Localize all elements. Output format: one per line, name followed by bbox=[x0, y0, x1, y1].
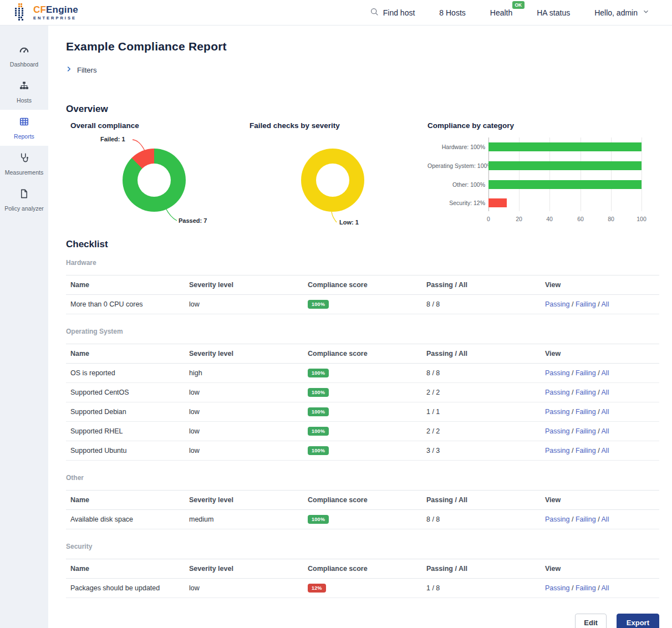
failed-checks-donut bbox=[301, 149, 364, 212]
export-button[interactable]: Export bbox=[617, 614, 659, 628]
bar-label-other: Other: 100% bbox=[427, 180, 485, 189]
cfengine-logo[interactable]: CFEngine ENTERPRISE bbox=[14, 3, 78, 23]
score-badge: 12% bbox=[308, 584, 326, 593]
sidebar-item-dashboard[interactable]: Dashboard bbox=[0, 38, 48, 74]
hosts-sitemap-icon bbox=[19, 80, 29, 93]
checklist: Hardware Name Severity level Compliance … bbox=[66, 259, 659, 598]
all-link[interactable]: All bbox=[602, 584, 609, 592]
col-passing: Passing / All bbox=[422, 275, 541, 295]
all-link[interactable]: All bbox=[602, 408, 609, 416]
user-menu[interactable]: Hello, admin bbox=[594, 8, 650, 17]
score-badge: 100% bbox=[308, 300, 329, 309]
os-table: Name Severity level Compliance score Pas… bbox=[66, 344, 659, 461]
passing-link[interactable]: Passing bbox=[545, 369, 569, 377]
failing-link[interactable]: Failing bbox=[576, 369, 596, 377]
failing-link[interactable]: Failing bbox=[576, 584, 596, 592]
failing-link[interactable]: Failing bbox=[576, 427, 596, 435]
sidebar-item-reports[interactable]: Reports bbox=[0, 110, 48, 146]
edit-button[interactable]: Edit bbox=[575, 614, 607, 628]
user-greeting: Hello, admin bbox=[594, 8, 638, 17]
score-badge: 100% bbox=[308, 369, 329, 377]
logo-wordmark: CFEngine bbox=[33, 5, 78, 14]
measurements-stethoscope-icon bbox=[19, 152, 29, 165]
passing-link[interactable]: Passing bbox=[545, 300, 569, 308]
passing-link[interactable]: Passing bbox=[545, 427, 569, 435]
passing-all-value: 8 / 8 bbox=[422, 295, 541, 314]
find-host-search[interactable]: Find host bbox=[370, 7, 415, 18]
sidebar-item-hosts[interactable]: Hosts bbox=[0, 74, 48, 110]
section-title-os: Operating System bbox=[66, 328, 659, 335]
score-badge: 100% bbox=[308, 407, 329, 416]
sidebar: Dashboard Hosts Reports Measurements Pol… bbox=[0, 25, 48, 628]
bar-label-security: Security: 12% bbox=[427, 198, 485, 207]
check-severity: low bbox=[185, 295, 303, 314]
table-row: More than 0 CPU cores low 100% 8 / 8 Pas… bbox=[66, 295, 659, 314]
filters-toggle[interactable]: Filters bbox=[66, 65, 133, 74]
other-table: Name Severity level Compliance score Pas… bbox=[66, 490, 659, 529]
main-content: Example Compliance Report Filters Overvi… bbox=[48, 25, 672, 628]
failing-link[interactable]: Failing bbox=[576, 447, 596, 455]
health-link[interactable]: Health OK bbox=[490, 8, 512, 17]
chart-title-overall: Overall compliance bbox=[70, 121, 250, 130]
passing-link[interactable]: Passing bbox=[545, 584, 569, 592]
failed-checks-chart: Failed checks by severity Low: 1 bbox=[250, 121, 427, 236]
section-title-security: Security bbox=[66, 543, 659, 550]
passing-link[interactable]: Passing bbox=[545, 515, 569, 523]
all-link[interactable]: All bbox=[602, 389, 609, 396]
filters-label: Filters bbox=[77, 66, 96, 74]
passing-link[interactable]: Passing bbox=[545, 408, 569, 416]
all-link[interactable]: All bbox=[602, 427, 609, 435]
report-actions: Edit Export bbox=[66, 614, 659, 628]
search-icon bbox=[370, 7, 379, 18]
check-name: More than 0 CPU cores bbox=[66, 295, 185, 314]
x-tick-100: 100 bbox=[637, 216, 646, 222]
x-tick-80: 80 bbox=[608, 216, 614, 222]
ha-status-link[interactable]: HA status bbox=[537, 8, 570, 17]
overall-compliance-donut bbox=[123, 149, 186, 212]
hosts-count-link[interactable]: 8 Hosts bbox=[439, 8, 465, 17]
sidebar-item-policy-analyzer[interactable]: Policy analyzer bbox=[0, 182, 48, 218]
failing-link[interactable]: Failing bbox=[576, 389, 596, 396]
table-row: Supported CentOS low 100% 2 / 2 Passing … bbox=[66, 383, 659, 402]
hardware-table: Name Severity level Compliance score Pas… bbox=[66, 275, 659, 314]
find-host-label: Find host bbox=[383, 8, 415, 17]
failing-link[interactable]: Failing bbox=[576, 408, 596, 416]
all-link[interactable]: All bbox=[602, 300, 609, 308]
chevron-right-icon bbox=[66, 65, 72, 74]
failing-link[interactable]: Failing bbox=[576, 515, 596, 523]
x-tick-20: 20 bbox=[516, 216, 522, 222]
bar-label-hardware: Hardware: 100% bbox=[427, 142, 485, 151]
col-score: Compliance score bbox=[303, 275, 422, 295]
all-link[interactable]: All bbox=[602, 447, 609, 455]
failing-link[interactable]: Failing bbox=[576, 300, 596, 308]
table-row: OS is reported high 100% 8 / 8 Passing /… bbox=[66, 364, 659, 383]
donut-label-failed: Failed: 1 bbox=[100, 136, 125, 142]
all-link[interactable]: All bbox=[602, 369, 609, 377]
passing-link[interactable]: Passing bbox=[545, 389, 569, 396]
table-row: Available disk space medium 100% 8 / 8 P… bbox=[66, 510, 659, 529]
x-tick-60: 60 bbox=[577, 216, 584, 222]
cfengine-logo-icon bbox=[14, 3, 29, 23]
score-badge: 100% bbox=[308, 446, 329, 455]
top-header: CFEngine ENTERPRISE Find host 8 Hosts He… bbox=[0, 0, 672, 25]
logo-enterprise-label: ENTERPRISE bbox=[33, 16, 78, 21]
leader-line-failed bbox=[131, 138, 149, 154]
col-name: Name bbox=[66, 275, 185, 295]
checklist-heading: Checklist bbox=[66, 239, 659, 250]
compliance-by-category-chart: Compliance by category Hardware: 100% Op… bbox=[427, 121, 659, 236]
reports-table-icon bbox=[19, 116, 29, 129]
overall-compliance-chart: Overall compliance Failed: 1 Passed: 7 bbox=[66, 121, 250, 236]
bar-plot-area bbox=[488, 137, 642, 211]
score-badge: 100% bbox=[308, 388, 329, 397]
passing-link[interactable]: Passing bbox=[545, 447, 569, 455]
table-row: Supported Debian low 100% 1 / 1 Passing … bbox=[66, 402, 659, 422]
sidebar-item-measurements[interactable]: Measurements bbox=[0, 146, 48, 182]
score-badge: 100% bbox=[308, 515, 329, 524]
bar-other bbox=[488, 180, 642, 189]
donut-label-passed: Passed: 7 bbox=[179, 217, 207, 224]
chevron-down-icon bbox=[642, 8, 650, 17]
security-table: Name Severity level Compliance score Pas… bbox=[66, 559, 659, 598]
all-link[interactable]: All bbox=[602, 515, 609, 523]
chart-title-failed-checks: Failed checks by severity bbox=[250, 121, 427, 130]
x-tick-40: 40 bbox=[546, 216, 553, 222]
